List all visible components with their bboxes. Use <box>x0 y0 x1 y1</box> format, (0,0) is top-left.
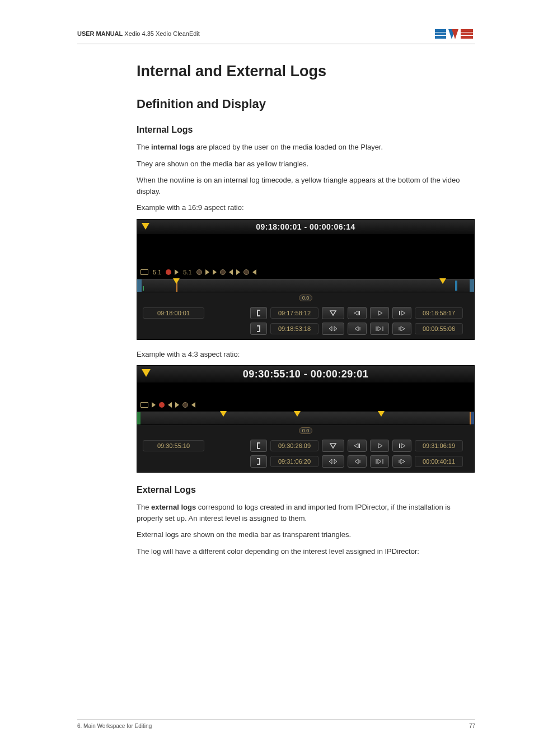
goto-prev-log-button[interactable] <box>348 323 367 335</box>
audio-mode-icon[interactable] <box>140 269 148 275</box>
add-log-button[interactable] <box>322 307 344 319</box>
play-in-out-button[interactable] <box>370 455 389 468</box>
log-marker-icon[interactable] <box>294 411 301 417</box>
in-point-tick <box>143 286 144 291</box>
play-inout-icon <box>375 459 384 464</box>
nowline[interactable] <box>470 412 471 424</box>
play-right-icon[interactable] <box>175 402 179 408</box>
svg-marker-26 <box>354 444 358 448</box>
play-right-icon[interactable] <box>213 269 217 275</box>
goto-next-log-button[interactable] <box>392 323 411 335</box>
mid-caption: Example with a 4:3 aspect ratio: <box>137 349 475 360</box>
tc-in[interactable]: 09:30:26:09 <box>270 440 318 451</box>
media-bar[interactable] <box>137 279 474 292</box>
external-p3: The log will have a different color depe… <box>137 546 475 557</box>
log-marker-icon[interactable] <box>439 278 446 284</box>
bracket-open-icon <box>255 442 262 449</box>
svg-marker-28 <box>378 444 382 448</box>
goto-next-icon <box>398 459 406 464</box>
mark-in-button[interactable] <box>250 307 267 319</box>
page-header: USER MANUAL Xedio 4.35 Xedio CleanEdit <box>77 27 475 44</box>
tc-now[interactable]: 09:18:00:01 <box>143 307 204 319</box>
step-back-button[interactable] <box>348 440 367 452</box>
panel-top-bar: 09:30:55:10 - 00:00:29:01 <box>137 366 474 382</box>
play-left-icon[interactable] <box>191 402 195 408</box>
internal-p2: They are shown on the media bar as yello… <box>137 158 475 170</box>
nudge-button[interactable] <box>322 323 344 335</box>
play-right-icon[interactable] <box>175 269 179 275</box>
play-right-icon[interactable] <box>236 269 240 275</box>
play-left-icon[interactable] <box>168 402 172 408</box>
svg-marker-10 <box>354 311 358 315</box>
timecode-main: 09:18:00:01 - 00:00:06:14 <box>256 222 355 231</box>
section-h2: Definition and Display <box>137 97 475 111</box>
tc-out-2[interactable]: 00:00:55:06 <box>415 323 463 334</box>
record-dot-icon[interactable] <box>166 269 171 275</box>
play-left-icon[interactable] <box>252 269 256 275</box>
media-bar[interactable] <box>137 412 474 425</box>
step-fwd-icon <box>376 310 383 316</box>
log-marker-icon[interactable] <box>378 411 385 417</box>
audio-ch-a: 5.1 <box>152 269 162 276</box>
svg-marker-20 <box>378 326 381 331</box>
mark-in-button[interactable] <box>250 440 267 452</box>
footer-page: 77 <box>469 723 475 729</box>
dot-icon[interactable] <box>196 269 202 275</box>
tc-in-2[interactable]: 09:31:06:20 <box>270 456 318 467</box>
goto-prev-log-button[interactable] <box>348 455 367 468</box>
mark-out-button[interactable] <box>250 323 267 335</box>
section-h1: Internal and External Logs <box>137 63 475 80</box>
dot-icon[interactable] <box>243 269 249 275</box>
tc-out-2[interactable]: 00:00:40:11 <box>415 456 463 467</box>
zoom-badge[interactable]: 0.0 <box>299 427 313 434</box>
svg-marker-33 <box>355 459 358 464</box>
zoom-row: 0.0 <box>137 425 474 436</box>
transport-controls: 09:30:55:10 09:30:26:09 09:31:06:19 <box>137 436 474 472</box>
media-panel-43: 09:30:55:10 - 00:00:29:01 0.0 09:30:55:1… <box>137 365 475 473</box>
zoom-badge[interactable]: 0.0 <box>299 295 313 301</box>
svg-marker-14 <box>401 311 405 315</box>
tc-out[interactable]: 09:31:06:19 <box>415 440 463 451</box>
step-fwd-button[interactable] <box>370 440 389 452</box>
svg-marker-30 <box>401 444 405 448</box>
goto-next-log-button[interactable] <box>392 455 411 468</box>
bracket-close-icon <box>255 458 262 465</box>
step-back-button[interactable] <box>348 307 367 319</box>
svg-marker-39 <box>401 459 405 464</box>
dot-icon[interactable] <box>220 269 226 275</box>
step-back-icon <box>353 443 361 449</box>
timecode-main: 09:30:55:10 - 00:00:29:01 <box>243 368 369 380</box>
frame-fwd-button[interactable] <box>392 307 411 319</box>
nudge-button[interactable] <box>322 455 344 468</box>
svg-marker-16 <box>334 326 337 331</box>
out-point-tick <box>455 281 457 291</box>
video-area <box>137 234 474 265</box>
play-right-icon[interactable] <box>205 269 209 275</box>
nudge-icon <box>329 459 338 464</box>
svg-marker-32 <box>334 459 337 464</box>
panel-top-bar: 09:18:00:01 - 00:00:06:14 <box>137 220 474 234</box>
svg-marker-15 <box>329 326 332 331</box>
header-title: USER MANUAL Xedio 4.35 Xedio CleanEdit <box>77 30 200 37</box>
audio-mode-icon[interactable] <box>140 402 148 408</box>
step-fwd-button[interactable] <box>370 307 389 319</box>
frame-fwd-button[interactable] <box>392 440 411 452</box>
media-bar-left-end <box>137 279 142 292</box>
svg-rect-0 <box>435 29 446 32</box>
dot-icon[interactable] <box>182 402 188 408</box>
tc-now[interactable]: 09:30:55:10 <box>143 440 204 451</box>
tc-in[interactable]: 09:17:58:12 <box>270 307 318 319</box>
play-in-out-button[interactable] <box>370 323 389 335</box>
tc-in-2[interactable]: 09:18:53:18 <box>270 323 318 334</box>
log-marker-icon[interactable] <box>173 278 180 284</box>
play-right-icon[interactable] <box>152 402 156 408</box>
mark-out-button[interactable] <box>250 455 267 468</box>
goto-prev-icon <box>353 459 361 464</box>
external-h3: External Logs <box>137 485 475 495</box>
add-log-button[interactable] <box>322 440 344 452</box>
tc-out[interactable]: 09:18:58:17 <box>415 307 463 319</box>
record-dot-icon[interactable] <box>159 402 165 408</box>
svg-rect-1 <box>435 32 446 35</box>
play-left-icon[interactable] <box>229 269 233 275</box>
log-marker-icon[interactable] <box>220 411 227 417</box>
